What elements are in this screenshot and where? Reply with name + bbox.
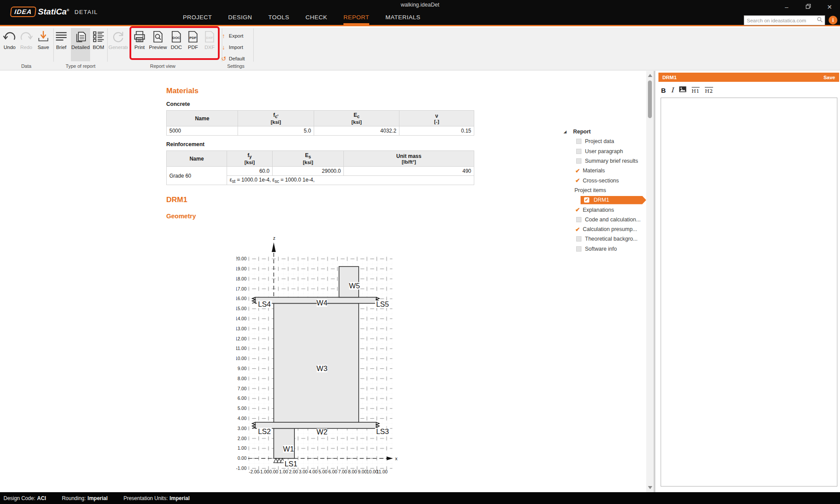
wall-W3 [274,303,359,422]
default-settings-button[interactable]: ↺ Default [221,53,245,64]
app-logo: IDEA StatiCa® DETAIL [10,7,98,17]
tree-item-explanations[interactable]: ✔Explanations [562,205,650,214]
tree-item-project-items[interactable]: Project items [562,186,650,195]
up-arrow-icon: ↑ [221,32,226,39]
tree-item-theoretical-backgro[interactable]: Theoretical backgro... [562,234,650,244]
search-icon[interactable] [817,17,825,24]
search-input[interactable] [744,18,817,23]
checkbox-unchecked-icon[interactable] [576,139,581,144]
print-button[interactable]: Print [130,28,149,61]
group-label-settings: Settings [216,63,256,69]
status-design-code: Design Code:ACI [4,495,46,501]
concrete-table: Name fc'[ksi] Ec[ksi] ν[-] 5000 5.0 4032… [166,110,474,136]
bold-button[interactable]: B [661,87,666,94]
bom-button[interactable]: BOM [89,28,108,61]
title-bar: walking.ideaDet IDEA StatiCa® DETAIL PRO… [0,0,840,26]
tree-item-code-and-calculation[interactable]: Code and calculation... [562,215,650,224]
window-controls: – ✕ [780,4,836,10]
svg-text:13.00: 13.00 [236,326,247,331]
doc-file-icon: DOC [169,29,183,44]
export-settings-button[interactable]: ↑ Export [221,31,243,41]
svg-text:z: z [273,235,276,241]
editor-save-button[interactable]: Save [823,75,835,80]
close-button[interactable]: ✕ [823,4,836,10]
checkbox-checked-icon[interactable]: ✔ [575,168,580,174]
wall-label-W3: W3 [317,364,328,372]
import-settings-button[interactable]: ↓ Import [221,42,243,52]
info-icon[interactable]: i [829,16,837,24]
svg-text:PDF: PDF [189,36,196,40]
svg-text:x: x [395,456,398,461]
dxf-export-button[interactable]: DXF DXF [200,28,219,61]
tree-item-materials[interactable]: ✔Materials [562,166,650,175]
tree-item-summary-brief-results[interactable]: Summary brief results [562,156,650,166]
col-header-es: Es[ksi] [273,151,344,167]
generate-button[interactable]: Generate [108,28,128,61]
redo-button[interactable]: Redo [17,28,36,61]
status-bar: Design Code:ACI Rounding:Imperial Presen… [0,492,840,504]
minimize-button[interactable]: – [780,4,793,10]
table-row: 5000 5.0 4032.2 0.15 [167,126,474,136]
checkbox-checked-icon[interactable]: ✔ [575,177,580,184]
brief-button[interactable]: Brief [52,28,71,61]
checkbox-unchecked-icon[interactable] [576,236,581,242]
wall-label-W5: W5 [349,282,360,290]
detailed-button[interactable]: Detailed [71,28,90,61]
save-button[interactable]: Save [34,28,53,61]
checkbox-checked-icon[interactable]: ✔ [575,206,580,213]
tree-item-report[interactable]: ◢Report [562,127,650,136]
scrollbar-thumb[interactable] [648,80,652,118]
print-icon [133,29,147,44]
web-search-box[interactable] [744,15,825,25]
svg-text:2.00: 2.00 [238,436,247,441]
statica-logo: StatiCa® [38,7,69,17]
tab-design[interactable]: DESIGN [228,11,252,25]
tree-item-drm1[interactable]: ✔DRM1 [562,195,650,205]
preview-button[interactable]: Preview [148,28,168,61]
item-heading: DRM1 [166,196,187,204]
svg-text:18.00: 18.00 [236,276,247,281]
status-rounding: Rounding:Imperial [62,495,108,501]
heading2-button[interactable]: H2 [705,87,713,94]
tab-report[interactable]: REPORT [343,11,369,25]
col-header-unit-mass: Unit mass[lb/ft³] [344,151,474,167]
heading1-button[interactable]: H1 [692,87,700,94]
tab-tools[interactable]: TOOLS [268,11,289,25]
italic-button[interactable]: I [671,86,674,94]
tree-item-project-data[interactable]: Project data [562,136,650,146]
svg-text:1.00: 1.00 [238,445,247,451]
cell-es: 29000.0 [273,167,344,176]
svg-text:7.00: 7.00 [238,386,247,391]
checkbox-unchecked-icon[interactable] [576,217,581,222]
svg-text:16.00: 16.00 [236,296,247,301]
bom-icon [91,29,105,44]
selected-item-flag[interactable]: ✔DRM1 [581,196,646,204]
expander-icon[interactable]: ◢ [562,130,573,134]
support-label-LS3: LS3 [376,427,389,435]
restore-button[interactable] [802,4,814,10]
tree-item-calculation-presump[interactable]: ✔Calculation presump... [562,224,650,234]
scroll-down-icon[interactable] [648,486,652,489]
svg-text:DXF: DXF [206,36,213,40]
scroll-up-icon[interactable] [648,74,652,77]
paragraph-text-area[interactable] [661,98,837,486]
checkbox-unchecked-icon[interactable] [576,149,581,154]
tree-item-cross-sections[interactable]: ✔Cross-sections [562,175,650,185]
svg-text:4.00: 4.00 [238,416,247,421]
report-chapter-tree: ◢ReportProject dataUser paragraphSummary… [562,127,650,254]
group-label-report-view: Report view [141,63,185,69]
tab-materials[interactable]: MATERIALS [385,11,420,25]
tree-item-software-info[interactable]: Software info [562,244,650,254]
checkbox-checked-icon[interactable]: ✔ [575,226,580,233]
tab-check[interactable]: CHECK [305,11,327,25]
checkbox-unchecked-icon[interactable] [576,158,581,164]
dxf-file-icon: DXF [203,29,217,44]
svg-text:DOC: DOC [172,36,180,40]
tab-project[interactable]: PROJECT [183,11,212,25]
tree-item-user-paragraph[interactable]: User paragraph [562,147,650,156]
col-header-fy: fy[ksi] [227,151,273,167]
cell-ec: 4032.2 [314,126,399,136]
checkbox-unchecked-icon[interactable] [576,246,581,252]
insert-image-button[interactable] [679,86,686,94]
checkbox-checked-icon[interactable]: ✔ [584,197,589,203]
